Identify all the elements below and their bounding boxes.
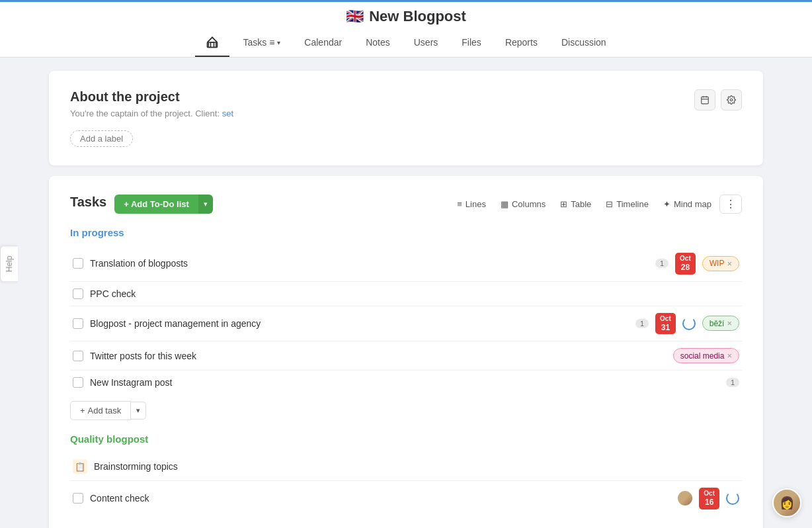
date-badge: Oct 16 [699,488,719,509]
tasks-card: Tasks + Add To-Do list ▾ ≡ Lines ▦ Colum… [49,176,763,528]
section-title-in-progress: In progress [70,227,742,238]
avatar [678,491,692,506]
accent-bar [0,0,812,2]
task-row: Blogpost - project management in agency … [70,306,742,342]
add-todo-group: + Add To-Do list ▾ [114,195,213,214]
top-bar: 🇬🇧 New Blogpost Tasks ≡ ▾ Calendar Notes… [0,0,812,58]
task-row: 📋 Brainstorming topics [70,453,742,481]
task-row: New Instagram post 1 [70,371,742,394]
brainstorm-icon: 📋 [73,459,87,474]
nav-home[interactable] [195,29,229,57]
task-row: Twitter posts for this week social media… [70,341,742,371]
gear-icon [727,95,736,105]
view-controls: ≡ Lines ▦ Columns ⊞ Table ⊟ Timeline ✦ [450,195,742,214]
tasks-header: Tasks + Add To-Do list ▾ ≡ Lines ▦ Colum… [70,195,742,214]
task-checkbox[interactable] [73,377,83,388]
chevron-down-icon: ▾ [277,39,280,46]
task-row: Content check Oct 16 [70,481,742,516]
about-card: About the project You're the captain of … [49,71,763,165]
calendar-icon [700,95,710,105]
chevron-down-icon: ▾ [136,406,140,414]
progress-circle [682,317,696,330]
timeline-icon: ⊟ [606,199,613,209]
calendar-icon-btn[interactable] [694,89,715,110]
task-name: PPC check [90,288,739,299]
add-label-button[interactable]: Add a label [70,130,133,147]
in-progress-task-list: Translation of blogposts 1 Oct 28 WIP × … [70,246,742,394]
view-timeline-btn[interactable]: ⊟ Timeline [599,195,655,213]
columns-icon: ▦ [501,199,508,209]
task-count: 1 [655,259,669,268]
tag-remove-icon[interactable]: × [727,351,732,361]
help-tab[interactable]: Help [0,246,18,283]
view-columns-btn[interactable]: ▦ Columns [494,195,552,213]
svg-rect-1 [702,97,709,104]
project-title: 🇬🇧 New Blogpost [346,0,466,29]
task-row: Translation of blogposts 1 Oct 28 WIP × [70,246,742,282]
add-task-button[interactable]: + Add task [70,401,131,420]
date-badge: Oct 31 [655,313,676,335]
task-name: Brainstorming topics [94,461,739,472]
lines-icon: ≡ [457,199,462,209]
task-name: Translation of blogposts [90,258,649,269]
view-lines-btn[interactable]: ≡ Lines [450,195,493,213]
task-name: Blogpost - project management in agency [90,318,629,329]
list-icon: ≡ [269,37,274,48]
plus-icon: + [80,406,85,416]
nav-tasks[interactable]: Tasks ≡ ▾ [232,30,291,56]
home-icon [206,36,219,49]
add-todo-dropdown[interactable]: ▾ [198,195,213,214]
task-name: Content check [90,493,671,504]
tag-social: social media × [673,348,739,363]
tag-remove-icon[interactable]: × [727,318,732,328]
bottom-avatar[interactable]: 👩 [772,488,801,517]
avatar-emoji: 👩 [780,496,794,510]
nav-tasks-label: Tasks [243,37,266,48]
card-icons [694,89,742,110]
tag-bezi: běží × [702,316,739,331]
task-checkbox[interactable] [73,288,83,299]
task-row: PPC check [70,282,742,306]
table-icon: ⊞ [560,199,567,209]
mindmap-icon: ✦ [663,199,670,209]
task-checkbox[interactable] [73,493,83,504]
task-name: Twitter posts for this week [90,351,667,361]
nav-calendar[interactable]: Calendar [294,30,352,56]
task-count: 1 [635,319,649,328]
quality-task-list: 📋 Brainstorming topics Content check Oct… [70,453,742,516]
tasks-title: Tasks [70,195,106,210]
task-checkbox[interactable] [73,318,83,329]
chevron-down-icon: ▾ [204,200,208,208]
nav-users[interactable]: Users [403,30,449,56]
view-mindmap-btn[interactable]: ✦ Mind map [657,195,718,213]
flag-emoji: 🇬🇧 [346,8,364,25]
nav-notes[interactable]: Notes [355,30,401,56]
progress-circle [726,492,739,505]
task-count: 1 [726,378,739,387]
task-name: New Instagram post [90,377,719,388]
settings-icon-btn[interactable] [721,89,742,110]
client-link[interactable]: set [222,109,233,118]
about-subtitle: You're the captain of the project. Clien… [70,109,233,118]
nav-reports[interactable]: Reports [495,30,548,56]
view-table-btn[interactable]: ⊞ Table [553,195,598,213]
nav-files[interactable]: Files [451,30,492,56]
add-todo-button[interactable]: + Add To-Do list [114,195,198,214]
task-checkbox[interactable] [73,351,83,361]
add-task-dropdown[interactable]: ▾ [131,402,146,419]
tag-remove-icon[interactable]: × [727,259,732,269]
section-title-quality: Quality blogpost [70,433,742,445]
about-title: About the project [70,89,233,105]
more-options-btn[interactable]: ⋮ [719,195,742,214]
tag-wip: WIP × [702,256,739,271]
task-checkbox[interactable] [73,258,83,269]
add-task-row: + Add task ▾ [70,401,742,420]
page-content: About the project You're the captain of … [29,58,783,528]
nav-bar: Tasks ≡ ▾ Calendar Notes Users Files Rep… [195,29,616,57]
date-badge: Oct 28 [675,253,696,275]
tasks-title-group: Tasks + Add To-Do list ▾ [70,195,213,214]
nav-discussion[interactable]: Discussion [551,30,617,56]
svg-point-5 [730,99,733,101]
